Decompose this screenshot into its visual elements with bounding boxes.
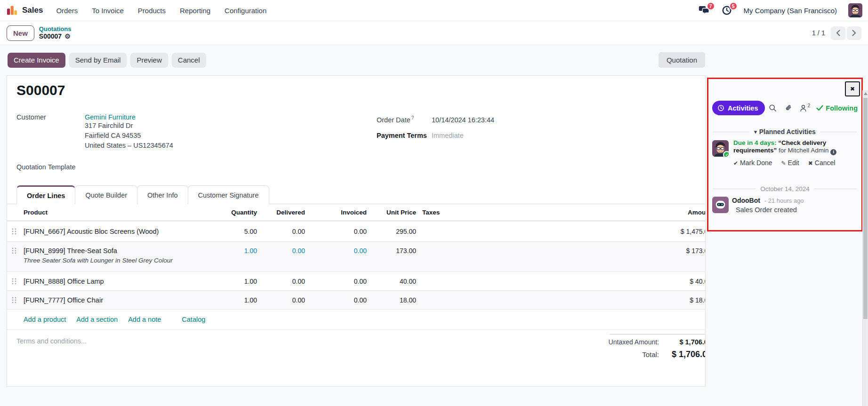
line-quantity[interactable]: 1.00 (205, 296, 257, 304)
stage-quotation-badge[interactable]: Quotation (659, 52, 705, 68)
activity-summary: Due in 4 days: “Check delivery requireme… (733, 139, 861, 155)
close-icon[interactable]: ✖ (845, 81, 860, 96)
column-quantity[interactable]: Quantity (205, 209, 257, 216)
pager-next-button[interactable] (847, 26, 861, 40)
line-invoiced[interactable]: 0.00 (305, 278, 367, 285)
cancel-activity-button[interactable]: ✖Cancel (808, 159, 836, 167)
order-line-row[interactable]: [FURN_7777] Office Chair 1.00 0.00 0.00 … (7, 291, 706, 310)
activities-clock-icon[interactable]: 5 (721, 5, 732, 16)
notebook-tabs: Order Lines Quote Builder Other Info Cus… (7, 185, 706, 204)
payment-terms-value[interactable]: Immediate (432, 132, 584, 139)
line-delivered[interactable]: 0.00 (257, 278, 305, 285)
line-unit-price[interactable]: 18.00 (367, 296, 416, 304)
tab-other-info[interactable]: Other Info (137, 185, 188, 204)
edit-activity-button[interactable]: ✎Edit (781, 159, 799, 167)
top-navbar: Sales Orders To Invoice Products Reporti… (0, 0, 868, 21)
mark-done-button[interactable]: ✔Mark Done (733, 159, 772, 167)
odoo-logo-icon[interactable] (7, 5, 17, 16)
menu-orders[interactable]: Orders (56, 7, 78, 15)
add-a-product-link[interactable]: Add a product (24, 316, 66, 323)
order-line-row[interactable]: [FURN_8999] Three-Seat Sofa Three Seater… (7, 242, 706, 272)
drag-handle-icon[interactable] (7, 296, 21, 304)
line-quantity[interactable]: 5.00 (205, 228, 257, 235)
line-quantity[interactable]: 1.00 (205, 278, 257, 285)
create-invoice-button[interactable]: Create Invoice (8, 53, 65, 68)
catalog-link[interactable]: Catalog (182, 316, 205, 323)
line-invoiced[interactable]: 0.00 (305, 296, 367, 304)
customer-link[interactable]: Gemini Furniture (85, 113, 173, 121)
line-delivered[interactable]: 0.00 (257, 296, 305, 304)
tab-customer-signature[interactable]: Customer Signature (188, 185, 269, 204)
drag-handle-icon[interactable] (7, 242, 21, 255)
column-product[interactable]: Product (21, 209, 205, 216)
pager-previous-button[interactable] (831, 26, 845, 40)
info-icon[interactable]: i (830, 149, 836, 155)
message-timestamp: - 21 hours ago (764, 197, 804, 204)
messages-icon[interactable]: 7 (699, 5, 710, 16)
menu-reporting[interactable]: Reporting (180, 7, 210, 15)
app-name[interactable]: Sales (22, 6, 43, 15)
column-invoiced[interactable]: Invoiced (305, 209, 367, 216)
gear-icon[interactable]: ⚙ (64, 32, 71, 40)
activities-button[interactable]: Activities (712, 101, 765, 115)
following-button[interactable]: Following (816, 104, 858, 112)
breadcrumb-quotations[interactable]: Quotations (39, 25, 72, 33)
customer-label: Customer (16, 113, 85, 151)
line-taxes[interactable] (416, 242, 478, 247)
column-amount[interactable]: Amount (478, 209, 706, 216)
pencil-icon: ✎ (781, 160, 786, 167)
company-switcher[interactable]: My Company (San Francisco) (744, 7, 837, 15)
cancel-button[interactable]: Cancel (172, 53, 206, 68)
untaxed-amount-label: Untaxed Amount: (609, 338, 659, 346)
menu-configuration[interactable]: Configuration (225, 7, 266, 15)
quotation-template-label: Quotation Template (16, 163, 75, 171)
drag-handle-icon[interactable] (7, 278, 21, 285)
drag-handle-icon[interactable] (7, 228, 21, 235)
line-invoiced[interactable]: 0.00 (305, 242, 367, 255)
send-by-email-button[interactable]: Send by Email (69, 53, 127, 68)
vertical-scrollbar[interactable] (862, 90, 868, 406)
scrollbar-thumb[interactable] (863, 98, 868, 319)
dates-field-group: Order Date? 10/14/2024 16:23:44 Payment … (377, 115, 584, 147)
order-date-value[interactable]: 10/14/2024 16:23:44 (432, 116, 584, 124)
add-a-note-link[interactable]: Add a note (128, 316, 161, 323)
line-unit-price[interactable]: 295.00 (367, 228, 416, 235)
activity-assignee-avatar[interactable]: ✔ (712, 140, 729, 157)
new-button[interactable]: New (7, 25, 34, 41)
line-delivered[interactable]: 0.00 (257, 242, 305, 255)
tab-quote-builder[interactable]: Quote Builder (75, 185, 137, 204)
message-body: Sales Order created (736, 206, 797, 214)
order-line-row[interactable]: [FURN_6667] Acoustic Bloc Screens (Wood)… (7, 221, 706, 242)
odoobot-avatar[interactable] (712, 197, 729, 213)
line-quantity[interactable]: 1.00 (205, 242, 257, 255)
line-product[interactable]: [FURN_7777] Office Chair (21, 296, 205, 304)
followers-icon[interactable]: 2 (800, 104, 811, 112)
payment-terms-label: Payment Terms (377, 132, 432, 139)
line-product[interactable]: [FURN_6667] Acoustic Bloc Screens (Wood) (21, 228, 205, 235)
tab-order-lines[interactable]: Order Lines (16, 185, 75, 204)
preview-button[interactable]: Preview (130, 53, 168, 68)
column-delivered[interactable]: Delivered (257, 209, 305, 216)
line-unit-price[interactable]: 40.00 (367, 278, 416, 285)
search-icon[interactable] (769, 104, 777, 112)
line-delivered[interactable]: 0.00 (257, 228, 305, 235)
menu-to-invoice[interactable]: To Invoice (92, 7, 124, 15)
activity-check-badge: ✔ (723, 151, 729, 157)
message-author[interactable]: OdooBot (732, 197, 760, 204)
line-unit-price[interactable]: 173.00 (367, 242, 416, 255)
column-taxes[interactable]: Taxes (416, 209, 478, 216)
user-avatar[interactable] (848, 3, 862, 17)
line-invoiced[interactable]: 0.00 (305, 228, 367, 235)
attachment-paperclip-icon[interactable] (784, 104, 792, 112)
customer-address-line: 317 Fairchild Dr (85, 121, 173, 131)
scrollbar-up-arrow[interactable] (864, 92, 868, 95)
add-a-section-link[interactable]: Add a section (76, 316, 118, 323)
column-unit-price[interactable]: Unit Price (367, 209, 416, 216)
help-question-icon: ? (411, 115, 414, 120)
line-product[interactable]: [FURN_8888] Office Lamp (21, 278, 205, 285)
order-line-row[interactable]: [FURN_8888] Office Lamp 1.00 0.00 0.00 4… (7, 272, 706, 291)
menu-products[interactable]: Products (138, 7, 166, 15)
activity-actions: ✔Mark Done ✎Edit ✖Cancel (733, 159, 835, 167)
activities-badge: 5 (729, 2, 738, 10)
totals-separator (610, 334, 706, 334)
